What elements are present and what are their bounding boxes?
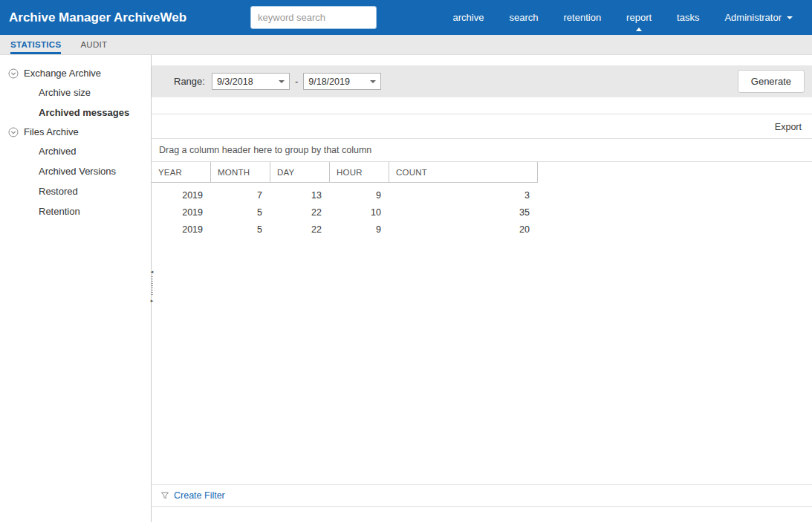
sidebar-item-retention[interactable]: Retention xyxy=(0,201,151,221)
cell-day: 22 xyxy=(270,207,330,218)
nav-tasks-label: tasks xyxy=(677,12,699,23)
cell-hour: 10 xyxy=(330,207,389,218)
cell-hour: 9 xyxy=(330,224,389,235)
date-from-dropdown[interactable]: 9/3/2018 xyxy=(212,73,290,90)
sidebar-item-archived[interactable]: Archived xyxy=(0,141,151,161)
tree-group-label: Files Archive xyxy=(24,126,79,137)
nav-retention-label: retention xyxy=(564,12,602,23)
keyword-search-input[interactable] xyxy=(250,6,377,29)
export-link[interactable]: Export xyxy=(775,122,802,132)
nav-retention[interactable]: retention xyxy=(551,0,614,35)
range-separator: - xyxy=(295,76,298,87)
cell-count: 35 xyxy=(389,207,538,218)
date-to-value: 9/18/2019 xyxy=(308,77,350,87)
report-content: Range: 9/3/2018 - 9/18/2019 Generate Exp… xyxy=(152,55,812,522)
tab-audit[interactable]: AUDIT xyxy=(80,35,107,54)
sidebar-splitter-handle[interactable]: ◂ ▸ xyxy=(146,269,157,303)
table-row[interactable]: 2019 7 13 9 3 xyxy=(152,186,812,204)
nav-search[interactable]: search xyxy=(496,0,550,35)
sidebar-item-restored[interactable]: Restored xyxy=(0,181,151,201)
caret-up-icon xyxy=(636,27,642,31)
group-by-hint: Drag a column header here to group by th… xyxy=(152,139,812,162)
grid-empty-area xyxy=(152,238,812,484)
sidebar-item-archived-versions[interactable]: Archived Versions xyxy=(0,161,151,181)
nav-tasks[interactable]: tasks xyxy=(664,0,712,35)
bottom-gap xyxy=(152,507,812,522)
top-nav: archive search retention report tasks Ad… xyxy=(441,0,800,35)
nav-archive-label: archive xyxy=(453,12,484,23)
cell-month: 5 xyxy=(211,207,270,218)
sidebar-item-archive-size[interactable]: Archive size xyxy=(0,82,151,103)
chevron-down-icon xyxy=(370,80,376,83)
cell-count: 3 xyxy=(389,190,538,201)
column-header-hour[interactable]: HOUR xyxy=(330,162,389,183)
app-title: Archive Manager ArchiveWeb xyxy=(9,10,186,25)
date-to-dropdown[interactable]: 9/18/2019 xyxy=(303,73,381,90)
nav-search-label: search xyxy=(509,12,538,23)
cell-count: 20 xyxy=(389,224,538,235)
chevron-down-icon xyxy=(279,80,285,83)
cell-month: 7 xyxy=(211,190,270,201)
table-row[interactable]: 2019 5 22 9 20 xyxy=(152,221,812,238)
grid-header-row: YEAR MONTH DAY HOUR COUNT xyxy=(152,162,812,183)
create-filter-link[interactable]: Create Filter xyxy=(174,490,225,501)
tree-group-label: Exchange Archive xyxy=(24,68,101,79)
content-top-gap xyxy=(152,55,812,65)
export-bar: Export xyxy=(152,114,812,139)
cell-year: 2019 xyxy=(152,207,211,218)
cell-year: 2019 xyxy=(152,190,211,201)
nav-report[interactable]: report xyxy=(614,0,664,35)
cell-hour: 9 xyxy=(330,190,389,201)
collapse-left-icon[interactable]: ◂ xyxy=(151,269,154,274)
date-from-value: 9/3/2018 xyxy=(217,77,253,87)
expand-right-icon[interactable]: ▸ xyxy=(151,298,154,303)
column-header-month[interactable]: MONTH xyxy=(211,162,270,183)
column-header-day[interactable]: DAY xyxy=(270,162,330,183)
table-row[interactable]: 2019 5 22 10 35 xyxy=(152,204,812,221)
nav-report-label: report xyxy=(626,12,652,23)
circled-chevron-down-icon xyxy=(8,68,19,79)
cell-day: 13 xyxy=(270,190,330,201)
column-header-year[interactable]: YEAR xyxy=(152,162,211,183)
column-header-count[interactable]: COUNT xyxy=(389,162,538,183)
splitter-grip-icon xyxy=(151,276,153,296)
nav-administrator-menu[interactable]: Administrator xyxy=(712,0,800,35)
main-area: Exchange Archive Archive size Archived m… xyxy=(0,55,812,522)
range-toolbar: Range: 9/3/2018 - 9/18/2019 Generate xyxy=(152,65,812,97)
range-label: Range: xyxy=(174,76,205,87)
filter-bar: Create Filter xyxy=(152,484,812,507)
tab-statistics[interactable]: STATISTICS xyxy=(10,35,61,54)
cell-day: 22 xyxy=(270,224,330,235)
tree-group-files-archive[interactable]: Files Archive xyxy=(0,123,151,141)
cell-year: 2019 xyxy=(152,224,211,235)
statistics-sidebar: Exchange Archive Archive size Archived m… xyxy=(0,55,152,522)
tree-group-exchange-archive[interactable]: Exchange Archive xyxy=(0,64,151,82)
nav-administrator-label: Administrator xyxy=(724,12,782,23)
grid-body: 2019 7 13 9 3 2019 5 22 10 35 2019 5 22 … xyxy=(152,183,812,238)
sidebar-item-archived-messages[interactable]: Archived messages xyxy=(0,103,151,123)
circled-chevron-down-icon xyxy=(8,127,19,137)
section-tabbar: STATISTICS AUDIT xyxy=(0,35,812,55)
funnel-icon xyxy=(160,491,169,500)
generate-button[interactable]: Generate xyxy=(738,70,805,93)
chevron-down-icon xyxy=(787,16,793,19)
app-header: Archive Manager ArchiveWeb archive searc… xyxy=(0,0,812,35)
nav-archive[interactable]: archive xyxy=(441,0,497,35)
cell-month: 5 xyxy=(211,224,270,235)
